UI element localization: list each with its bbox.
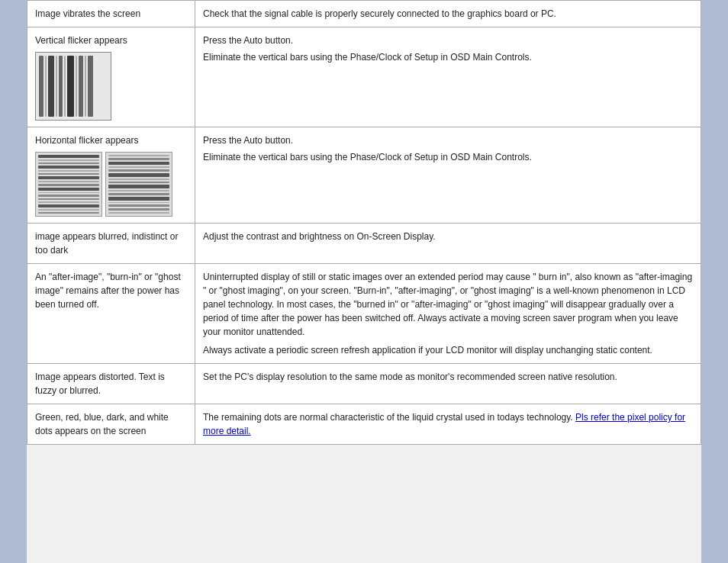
- solution-cell: Set the PC's display resolution to the s…: [195, 364, 701, 404]
- problem-cell: An "after-image", "burn-in" or "ghost im…: [27, 264, 195, 364]
- problem-text: image appears blurred, indistinct or too…: [35, 231, 178, 256]
- table-row: image appears blurred, indistinct or too…: [27, 224, 701, 264]
- solution-text: Set the PC's display resolution to the s…: [203, 372, 617, 382]
- table-row: Vertical flicker appears: [27, 27, 701, 127]
- solution-line-1: Press the Auto button.: [203, 134, 693, 147]
- content-area: Image vibrates the screen Check that the…: [27, 0, 701, 563]
- problem-text: Vertical flicker appears: [35, 35, 127, 46]
- solution-paragraph-2: Always activate a periodic screen refres…: [203, 343, 693, 357]
- troubleshooting-table: Image vibrates the screen Check that the…: [27, 0, 701, 445]
- table-row: An "after-image", "burn-in" or "ghost im…: [27, 264, 701, 364]
- left-sidebar-bar: [0, 0, 27, 563]
- problem-cell: Vertical flicker appears: [27, 27, 195, 127]
- problem-text: Green, red, blue, dark, and white dots a…: [35, 412, 169, 436]
- solution-cell: Adjust the contrast and brightness on On…: [195, 224, 701, 264]
- problem-cell: image appears blurred, indistinct or too…: [27, 224, 195, 264]
- solution-line-2: Eliminate the vertical bars using the Ph…: [203, 150, 693, 164]
- solution-line-1: Press the Auto button.: [203, 34, 693, 47]
- right-sidebar-bar: [701, 0, 728, 563]
- problem-text: Image vibrates the screen: [35, 8, 140, 19]
- solution-cell: Press the Auto button. Eliminate the ver…: [195, 27, 701, 127]
- flicker-panel-right: [105, 152, 172, 217]
- solution-paragraph-1: Uninterrupted display of still or static…: [203, 270, 693, 339]
- solution-cell: Check that the signal cable is properly …: [195, 1, 701, 27]
- solution-text: Adjust the contrast and brightness on On…: [203, 231, 436, 242]
- solution-prefix: The remaining dots are normal characteri…: [203, 412, 575, 423]
- problem-text: Image appears distorted. Text is fuzzy o…: [35, 372, 165, 396]
- page-wrapper: Image vibrates the screen Check that the…: [0, 0, 728, 563]
- problem-text: Horizontal flicker appears: [35, 135, 138, 146]
- problem-text: An "after-image", "burn-in" or "ghost im…: [35, 272, 181, 310]
- solution-line-2: Eliminate the vertical bars using the Ph…: [203, 50, 693, 64]
- vertical-flicker-image: [35, 52, 111, 121]
- solution-cell: The remaining dots are normal characteri…: [195, 404, 701, 445]
- problem-cell: Green, red, blue, dark, and white dots a…: [27, 404, 195, 445]
- table-row: Horizontal flicker appears: [27, 127, 701, 224]
- solution-cell: Press the Auto button. Eliminate the ver…: [195, 127, 701, 224]
- problem-cell: Horizontal flicker appears: [27, 127, 195, 224]
- solution-text: Check that the signal cable is properly …: [203, 8, 556, 19]
- table-row: Green, red, blue, dark, and white dots a…: [27, 404, 701, 445]
- problem-cell: Image appears distorted. Text is fuzzy o…: [27, 364, 195, 404]
- flicker-panel-left: [35, 152, 102, 217]
- table-row: Image vibrates the screen Check that the…: [27, 1, 701, 27]
- horizontal-flicker-image: [35, 152, 172, 217]
- table-row: Image appears distorted. Text is fuzzy o…: [27, 364, 701, 404]
- problem-cell: Image vibrates the screen: [27, 1, 195, 27]
- solution-cell: Uninterrupted display of still or static…: [195, 264, 701, 364]
